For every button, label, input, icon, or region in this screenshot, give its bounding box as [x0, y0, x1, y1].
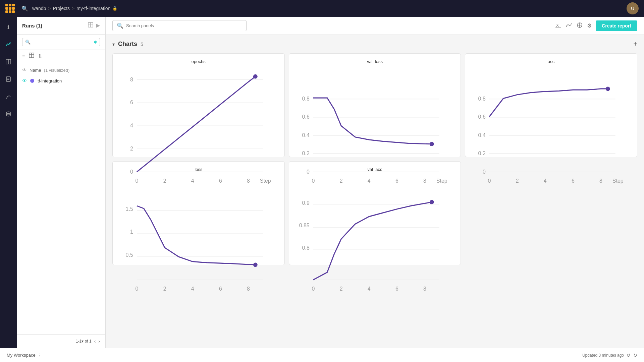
chart-val-loss-title: val_loss: [294, 59, 455, 64]
chart-val-loss-svg: 0 0.2 0.4 0.6 0.8 0 2 4 6 8 Step: [294, 67, 455, 186]
svg-point-6: [6, 112, 10, 114]
runs-visibility-icon[interactable]: 👁: [22, 67, 27, 73]
main-layout: ℹ Runs (1) ▶ 🔍: [0, 17, 644, 348]
toolbar-search-icon: 🔍: [117, 22, 123, 29]
undo-button[interactable]: ↺: [627, 353, 631, 358]
svg-text:Step: Step: [612, 178, 624, 184]
svg-text:0.9: 0.9: [302, 200, 309, 206]
chart-val-acc: val_acc 0.8 0.85 0.9 0 2 4 6 8: [289, 161, 461, 265]
svg-text:8: 8: [247, 286, 250, 292]
sidebar-search-input[interactable]: [33, 40, 92, 45]
chart-epochs-wrap: 0 2 4 6 8 0 2 4 6 8 Step: [118, 67, 279, 186]
svg-text:8: 8: [599, 178, 602, 184]
bottom-bar: My Workspace ⋮ Updated 3 minutes ago ↺ ↻: [0, 348, 644, 362]
svg-text:2: 2: [339, 286, 342, 292]
chart-val-loss-wrap: 0 0.2 0.4 0.6 0.8 0 2 4 6 8 Step: [294, 67, 455, 186]
toolbar: 🔍 X ⚙ Create report: [106, 17, 644, 35]
svg-text:0: 0: [307, 169, 310, 175]
breadcrumb-current: my-tf-integration: [76, 6, 110, 11]
filter-bar: ≡ ⇅: [17, 50, 105, 62]
svg-text:0.8: 0.8: [302, 245, 309, 251]
svg-text:0: 0: [312, 286, 315, 292]
runs-name-label: Name: [30, 68, 41, 73]
svg-text:2: 2: [516, 178, 519, 184]
svg-text:0.2: 0.2: [302, 150, 309, 156]
layout-icon[interactable]: [576, 22, 583, 30]
svg-text:0.6: 0.6: [302, 114, 309, 120]
chart-acc-wrap: 0 0.2 0.4 0.6 0.8 0 2 4 6 8 Step: [471, 67, 632, 186]
sidebar-expand-icon[interactable]: ▶: [96, 22, 100, 29]
svg-point-68: [606, 87, 610, 91]
sidebar-search-wrap[interactable]: 🔍 ✱: [22, 38, 100, 46]
run-name: tf-integration: [38, 78, 62, 83]
columns-icon[interactable]: [29, 53, 34, 59]
rail-icon-table[interactable]: [2, 56, 14, 68]
svg-text:0.6: 0.6: [478, 114, 486, 120]
pagination-prev[interactable]: ‹: [94, 339, 96, 344]
svg-text:0: 0: [130, 169, 133, 175]
svg-text:4: 4: [191, 286, 194, 292]
svg-text:8: 8: [423, 286, 426, 292]
rail-icon-sweeps[interactable]: [2, 90, 14, 103]
svg-text:4: 4: [367, 286, 370, 292]
settings-icon[interactable]: ⚙: [587, 22, 592, 29]
workspace-menu-button[interactable]: ⋮: [38, 353, 42, 358]
sidebar-table-icon[interactable]: [88, 22, 93, 29]
pagination: 1-1▾ of 1 ‹ ›: [17, 334, 105, 348]
run-item[interactable]: 👁 tf-integration: [17, 75, 105, 86]
chart-acc: acc 0 0.2 0.4 0.6 0.8 0 2 4 6 8: [465, 53, 637, 157]
svg-text:1: 1: [130, 229, 133, 235]
breadcrumb-sep1: >: [48, 6, 51, 11]
run-color-dot: [30, 79, 34, 83]
runs-section: 👁 Name (1 visualized) 👁 tf-integration: [17, 62, 105, 89]
sidebar-search: 🔍 ✱: [17, 35, 105, 50]
runs-label: 👁 Name (1 visualized): [17, 65, 105, 75]
breadcrumb-root[interactable]: wandb: [32, 6, 46, 11]
runs-name-sublabel: (1 visualized): [44, 68, 70, 73]
x-axis-icon[interactable]: X: [555, 22, 561, 30]
toolbar-search[interactable]: 🔍: [112, 20, 247, 31]
sidebar-header: Runs (1) ▶: [17, 17, 105, 35]
charts-count: 5: [141, 42, 143, 47]
sidebar-search-icon: 🔍: [25, 40, 31, 45]
svg-text:6: 6: [572, 178, 575, 184]
rail-icon-data[interactable]: [2, 108, 14, 120]
svg-text:0: 0: [483, 169, 486, 175]
sort-icon[interactable]: ⇅: [38, 53, 42, 59]
svg-text:6: 6: [219, 286, 222, 292]
svg-text:0: 0: [136, 286, 139, 292]
svg-text:4: 4: [130, 123, 133, 128]
svg-text:4: 4: [544, 178, 547, 184]
svg-text:0.8: 0.8: [478, 96, 486, 102]
pagination-next[interactable]: ›: [98, 339, 100, 344]
filter-icon[interactable]: ≡: [22, 53, 25, 59]
svg-text:X: X: [556, 23, 559, 28]
chart-loss-svg: 0.5 1 1.5 0 2 4 6 8: [118, 175, 279, 294]
run-eye-icon[interactable]: 👁: [22, 78, 27, 83]
sidebar-title: Runs (1): [22, 23, 42, 28]
global-search-icon[interactable]: 🔍: [21, 5, 28, 12]
redo-button[interactable]: ↻: [633, 353, 637, 358]
chart-loss: loss 0.5 1 1.5 0 2 4 6 8: [112, 161, 285, 265]
rail-icon-chart[interactable]: [2, 38, 14, 50]
status-text: Updated 3 minutes ago: [582, 353, 624, 358]
logo-dots: [5, 4, 15, 13]
svg-point-34: [253, 74, 258, 79]
svg-text:2: 2: [130, 146, 133, 152]
topnav: 🔍 wandb > Projects > my-tf-integration 🔒…: [0, 0, 644, 17]
svg-point-51: [430, 142, 434, 146]
rail-icon-reports[interactable]: [2, 73, 14, 85]
charts-title: Charts: [118, 41, 137, 48]
svg-text:0.2: 0.2: [478, 150, 486, 156]
svg-text:1.5: 1.5: [126, 206, 133, 212]
toolbar-icons: X ⚙ Create report: [555, 20, 637, 31]
smoothing-icon[interactable]: [566, 22, 572, 30]
charts-collapse-icon[interactable]: ▾: [112, 42, 115, 47]
breadcrumb-projects[interactable]: Projects: [53, 6, 70, 11]
charts-add-button[interactable]: +: [633, 40, 637, 48]
toolbar-search-input[interactable]: [126, 23, 242, 28]
avatar[interactable]: U: [627, 2, 639, 14]
create-report-button[interactable]: Create report: [596, 20, 637, 31]
breadcrumb: wandb > Projects > my-tf-integration 🔒: [32, 6, 117, 11]
rail-icon-info[interactable]: ℹ: [2, 21, 14, 33]
